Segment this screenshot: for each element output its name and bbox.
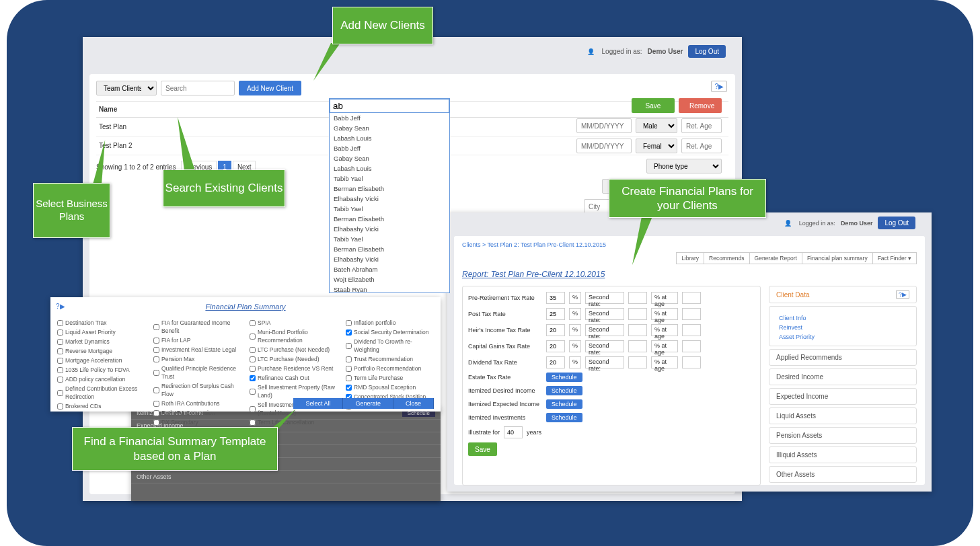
summary-option[interactable]: Term Life Cancellation bbox=[250, 418, 338, 426]
summary-option[interactable]: Pension Max bbox=[153, 355, 241, 363]
breadcrumb[interactable]: Clients > Test Plan 2: Test Plan Pre-Cli… bbox=[462, 241, 917, 248]
autocomplete-option[interactable]: Babb Jeff bbox=[330, 143, 449, 153]
summary-option[interactable]: Destination Trax bbox=[57, 319, 145, 327]
second-rate-input[interactable] bbox=[628, 324, 647, 336]
side-card[interactable]: Expected Income bbox=[769, 388, 917, 405]
summary-option[interactable]: Brokered CDs bbox=[57, 402, 145, 410]
autocomplete-option[interactable]: Staab Ryan bbox=[330, 284, 449, 293]
summary-option[interactable]: Qualified Principle Residence Trust bbox=[153, 364, 241, 381]
summary-option[interactable]: Inflation portfolio bbox=[346, 319, 434, 327]
summary-option[interactable]: SPIA bbox=[250, 319, 338, 327]
at-age-input[interactable] bbox=[682, 308, 701, 320]
illustrate-input[interactable] bbox=[504, 426, 523, 438]
summary-option[interactable]: Muni-Bond Portfolio Recommendation bbox=[250, 328, 338, 344]
autocomplete-option[interactable]: Tabib Yael bbox=[330, 173, 449, 184]
summary-option[interactable]: FIA for LAP bbox=[153, 336, 241, 344]
summary-option[interactable]: Term Life Purchase bbox=[346, 374, 434, 382]
summary-option[interactable]: Roth IRA Contributions bbox=[153, 399, 241, 407]
remove-button[interactable]: Remove bbox=[679, 98, 722, 113]
summary-option[interactable]: Portfolio Recommendation bbox=[346, 364, 434, 373]
select-all-button[interactable]: Select All bbox=[293, 398, 343, 409]
at-age-input[interactable] bbox=[682, 324, 701, 336]
ret-age-1-input[interactable] bbox=[681, 118, 722, 133]
tab[interactable]: Generate Report bbox=[749, 252, 802, 264]
side-card[interactable]: Desired Income bbox=[769, 368, 917, 385]
autocomplete-option[interactable]: Bateh Abraham bbox=[330, 264, 449, 274]
close-button[interactable]: Close bbox=[393, 398, 434, 409]
summary-option[interactable]: Reverse Mortgage bbox=[57, 347, 145, 355]
summary-option[interactable]: Defined Contribution Excess Redirection bbox=[57, 385, 145, 401]
autocomplete-option[interactable]: Babb Jeff bbox=[330, 113, 449, 123]
summary-option[interactable]: LTC Purchase (Not Needed) bbox=[250, 346, 338, 354]
tab[interactable]: Fact Finder ▾ bbox=[872, 252, 917, 264]
autocomplete-option[interactable]: Labash Louis bbox=[330, 163, 449, 173]
save-button[interactable]: Save bbox=[468, 442, 497, 456]
summary-option[interactable]: Trust Recommendation bbox=[346, 355, 434, 363]
autocomplete-option[interactable]: Labash Louis bbox=[330, 133, 449, 143]
summary-option[interactable]: Mortgage Acceleration bbox=[57, 356, 145, 364]
summary-option[interactable]: Sell Investment Property (Raw Land) bbox=[250, 383, 338, 399]
autocomplete-option[interactable]: Gabay Sean bbox=[330, 123, 449, 133]
side-card[interactable]: Applied Recommends bbox=[769, 349, 917, 366]
schedule-button[interactable]: Schedule bbox=[546, 413, 582, 422]
summary-option[interactable]: Redirection Of Surplus Cash Flow bbox=[153, 382, 241, 398]
rate-input[interactable] bbox=[546, 308, 565, 320]
client-link[interactable]: Asset Priority bbox=[779, 332, 907, 342]
autocomplete-option[interactable]: Elhabashy Vicki bbox=[330, 194, 449, 204]
second-rate-input[interactable] bbox=[628, 340, 647, 352]
autocomplete-option[interactable]: Elhabashy Vicki bbox=[330, 224, 449, 234]
dob-2-input[interactable] bbox=[576, 139, 632, 153]
logout-button[interactable]: Log Out bbox=[688, 45, 726, 58]
autocomplete-option[interactable]: Berman Elisabeth bbox=[330, 244, 449, 254]
summary-option[interactable]: Investment Real Estate Legal bbox=[153, 346, 241, 354]
at-age-input[interactable] bbox=[682, 340, 701, 352]
autocomplete-option[interactable]: Berman Elisabeth bbox=[330, 214, 449, 224]
client-link[interactable]: Reinvest bbox=[779, 323, 907, 332]
gender-1-select[interactable]: Male bbox=[636, 118, 677, 133]
second-rate-input[interactable] bbox=[628, 356, 647, 368]
rate-input[interactable] bbox=[546, 324, 565, 336]
tab[interactable]: Financial plan summary bbox=[802, 252, 873, 264]
second-rate-input[interactable] bbox=[628, 292, 647, 304]
autocomplete-option[interactable]: Tabib Yael bbox=[330, 204, 449, 214]
schedule-button[interactable]: Schedule bbox=[546, 373, 582, 382]
summary-option[interactable]: Social Security Determination bbox=[346, 328, 434, 336]
tab[interactable]: Recommends bbox=[704, 252, 749, 264]
schedule-button[interactable]: Schedule bbox=[546, 386, 582, 395]
at-age-input[interactable] bbox=[682, 356, 701, 368]
tab[interactable]: Library bbox=[676, 252, 704, 264]
autocomplete-option[interactable]: Tabib Yael bbox=[330, 234, 449, 244]
summary-option[interactable]: LTC Purchase (Needed) bbox=[250, 355, 338, 363]
summary-option[interactable]: Roth IRA Conversion bbox=[153, 409, 241, 417]
summary-option[interactable]: DX Secondary bbox=[153, 418, 241, 426]
ret-age-2-input[interactable] bbox=[681, 139, 722, 153]
side-card[interactable]: Pension Assets bbox=[769, 427, 917, 444]
logout-button[interactable]: Log Out bbox=[878, 217, 915, 229]
dob-1-input[interactable] bbox=[576, 118, 632, 133]
add-new-client-button[interactable]: Add New Client bbox=[239, 81, 301, 95]
summary-option[interactable]: Liquid Asset Priority bbox=[57, 328, 145, 336]
team-clients-select[interactable]: Team Clients bbox=[96, 81, 157, 95]
schedule-button[interactable]: Schedule bbox=[546, 399, 582, 409]
summary-option[interactable]: ADD policy cancellation bbox=[57, 375, 145, 383]
rate-input[interactable] bbox=[546, 292, 565, 304]
autocomplete-option[interactable]: Wojt Elizabeth bbox=[330, 274, 449, 284]
side-card[interactable]: Liquid Assets bbox=[769, 407, 917, 424]
second-rate-input[interactable] bbox=[628, 308, 647, 320]
search-input[interactable] bbox=[161, 81, 235, 95]
help-icon[interactable]: ?▶ bbox=[56, 303, 65, 310]
help-icon[interactable]: ?▶ bbox=[711, 81, 727, 92]
rate-input[interactable] bbox=[546, 340, 565, 352]
side-card[interactable]: Illiquid Assets bbox=[769, 446, 917, 463]
summary-option[interactable]: Market Dynamics bbox=[57, 338, 145, 346]
at-age-input[interactable] bbox=[682, 292, 701, 304]
autocomplete-option[interactable]: Berman Elisabeth bbox=[330, 184, 449, 194]
summary-option[interactable]: 1035 Life Policy To FDVA bbox=[57, 366, 145, 374]
autocomplete-option[interactable]: Gabay Sean bbox=[330, 153, 449, 163]
summary-option[interactable]: FIA for Guaranteed Income Benefit bbox=[153, 319, 241, 335]
help-icon[interactable]: ?▶ bbox=[896, 290, 909, 299]
summary-option[interactable]: Purchase Residence VS Rent bbox=[250, 364, 338, 373]
rate-input[interactable] bbox=[546, 356, 565, 368]
side-card[interactable]: Other Assets bbox=[769, 466, 917, 483]
autocomplete-input[interactable] bbox=[330, 99, 449, 113]
